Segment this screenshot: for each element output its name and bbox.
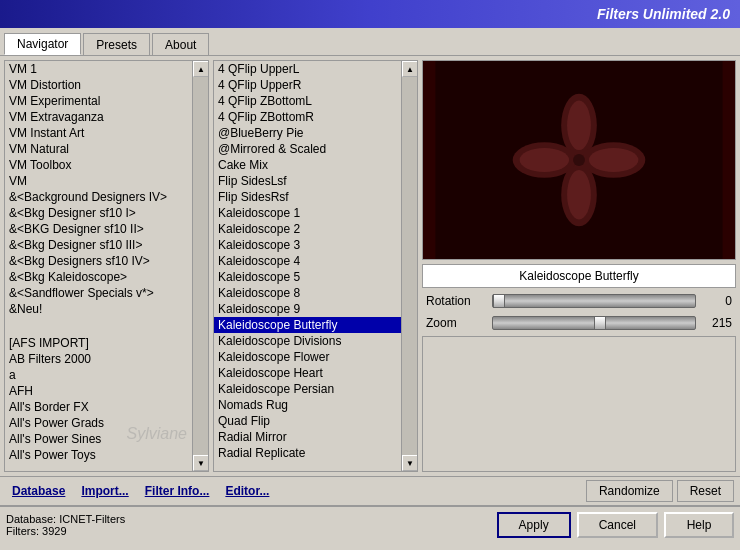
filter-item[interactable]: @BlueBerry Pie — [214, 125, 401, 141]
filter-item[interactable]: Kaleidoscope 4 — [214, 253, 401, 269]
list-item[interactable]: VM Toolbox — [5, 157, 192, 173]
database-button[interactable]: Database — [6, 482, 71, 500]
main-content: Sylviane VM 1 VM Distortion VM Experimen… — [0, 56, 740, 476]
filter-item[interactable]: Radial Replicate — [214, 445, 401, 461]
list-item[interactable]: &<Bkg Designer sf10 III> — [5, 237, 192, 253]
filter-item-selected[interactable]: Kaleidoscope Butterfly — [214, 317, 401, 333]
filter-item[interactable]: Kaleidoscope Flower — [214, 349, 401, 365]
scroll-track[interactable] — [193, 77, 208, 455]
rotation-slider[interactable] — [492, 294, 696, 308]
svg-point-5 — [567, 101, 591, 151]
list-item[interactable]: &<Background Designers IV> — [5, 189, 192, 205]
randomize-button[interactable]: Randomize — [586, 480, 673, 502]
list-separator — [5, 317, 192, 335]
filter-info-button[interactable]: Filter Info... — [139, 482, 216, 500]
right-panel: Kaleidoscope Butterfly Rotation 0 Zoom 2… — [422, 60, 736, 472]
list-item[interactable]: [AFS IMPORT] — [5, 335, 192, 351]
filter-item[interactable]: Kaleidoscope Heart — [214, 365, 401, 381]
category-list: Sylviane VM 1 VM Distortion VM Experimen… — [5, 61, 192, 471]
editor-button[interactable]: Editor... — [219, 482, 275, 500]
rotation-slider-row: Rotation 0 — [422, 292, 736, 310]
tab-navigator[interactable]: Navigator — [4, 33, 81, 55]
list-item[interactable]: VM Extravaganza — [5, 109, 192, 125]
zoom-slider-row: Zoom 215 — [422, 314, 736, 332]
scroll-track[interactable] — [402, 77, 417, 455]
filter-list-panel: 4 QFlip UpperL 4 QFlip UpperR 4 QFlip ZB… — [213, 60, 418, 472]
list-item[interactable]: All's Border FX — [5, 399, 192, 415]
list-item[interactable]: AB Filters 2000 — [5, 351, 192, 367]
preview-svg — [423, 61, 735, 259]
rotation-value: 0 — [702, 294, 732, 308]
status-database: Database: ICNET-Filters Filters: 3929 — [6, 513, 125, 537]
category-list-panel: Sylviane VM 1 VM Distortion VM Experimen… — [4, 60, 209, 472]
filter-item[interactable]: Flip SidesLsf — [214, 173, 401, 189]
filter-item[interactable]: Radial Mirror — [214, 429, 401, 445]
list-item[interactable]: All's Power Grads — [5, 415, 192, 431]
list-item[interactable]: VM Experimental — [5, 93, 192, 109]
filter-item[interactable]: Kaleidoscope 3 — [214, 237, 401, 253]
filter-name-text: Kaleidoscope Butterfly — [519, 269, 638, 283]
filter-item[interactable]: Kaleidoscope 2 — [214, 221, 401, 237]
preview-area — [422, 60, 736, 260]
status-bar: Database: ICNET-Filters Filters: 3929 Ap… — [0, 506, 740, 542]
zoom-label: Zoom — [426, 316, 486, 330]
svg-point-8 — [520, 148, 570, 172]
svg-point-7 — [567, 170, 591, 220]
filter-item[interactable]: Kaleidoscope 5 — [214, 269, 401, 285]
list-item[interactable]: &<BKG Designer sf10 II> — [5, 221, 192, 237]
list-item[interactable]: &<Bkg Designers sf10 IV> — [5, 253, 192, 269]
zoom-slider[interactable] — [492, 316, 696, 330]
list-item[interactable]: All's Power Sines — [5, 431, 192, 447]
list-item[interactable]: a — [5, 367, 192, 383]
svg-point-6 — [589, 148, 639, 172]
filter-item[interactable]: @Mirrored & Scaled — [214, 141, 401, 157]
filter-item[interactable]: Flip SidesRsf — [214, 189, 401, 205]
list-item[interactable]: All's Power Toys — [5, 447, 192, 463]
scroll-up-arrow[interactable]: ▲ — [193, 61, 209, 77]
reset-button[interactable]: Reset — [677, 480, 734, 502]
tabs-bar: Navigator Presets About — [0, 28, 740, 56]
filter-item[interactable]: Kaleidoscope Persian — [214, 381, 401, 397]
filter-item[interactable]: 4 QFlip ZBottomR — [214, 109, 401, 125]
scroll-down-arrow[interactable]: ▼ — [402, 455, 418, 471]
cancel-button[interactable]: Cancel — [577, 512, 658, 538]
list-item[interactable]: VM Natural — [5, 141, 192, 157]
list-item[interactable]: VM Instant Art — [5, 125, 192, 141]
filter-name-box: Kaleidoscope Butterfly — [422, 264, 736, 288]
tab-presets[interactable]: Presets — [83, 33, 150, 55]
status-filters-text: Filters: 3929 — [6, 525, 125, 537]
params-panel — [422, 336, 736, 472]
filter-item[interactable]: 4 QFlip UpperR — [214, 77, 401, 93]
tab-about[interactable]: About — [152, 33, 209, 55]
apply-button[interactable]: Apply — [497, 512, 571, 538]
list-item[interactable]: &<Sandflower Specials v*> — [5, 285, 192, 301]
list-item[interactable]: &<Bkg Designer sf10 I> — [5, 205, 192, 221]
filter-list: 4 QFlip UpperL 4 QFlip UpperR 4 QFlip ZB… — [214, 61, 401, 471]
filter-item[interactable]: Quad Flip — [214, 413, 401, 429]
toolbar-bar: Database Import... Filter Info... Editor… — [0, 476, 740, 506]
filter-item[interactable]: Cake Mix — [214, 157, 401, 173]
scroll-down-arrow[interactable]: ▼ — [193, 455, 209, 471]
zoom-value: 215 — [702, 316, 732, 330]
filter-item[interactable]: Nomads Rug — [214, 397, 401, 413]
action-buttons: Apply Cancel Help — [497, 512, 734, 538]
left-scrollbar[interactable]: ▲ ▼ — [192, 61, 208, 471]
help-button[interactable]: Help — [664, 512, 734, 538]
rotation-label: Rotation — [426, 294, 486, 308]
app-title: Filters Unlimited 2.0 — [597, 6, 730, 22]
list-item[interactable]: &Neu! — [5, 301, 192, 317]
filter-item[interactable]: Kaleidoscope 1 — [214, 205, 401, 221]
list-item[interactable]: VM Distortion — [5, 77, 192, 93]
scroll-up-arrow[interactable]: ▲ — [402, 61, 418, 77]
filter-item[interactable]: 4 QFlip UpperL — [214, 61, 401, 77]
middle-scrollbar[interactable]: ▲ ▼ — [401, 61, 417, 471]
list-item[interactable]: &<Bkg Kaleidoscope> — [5, 269, 192, 285]
filter-item[interactable]: Kaleidoscope 8 — [214, 285, 401, 301]
filter-item[interactable]: 4 QFlip ZBottomL — [214, 93, 401, 109]
import-button[interactable]: Import... — [75, 482, 134, 500]
filter-item[interactable]: Kaleidoscope 9 — [214, 301, 401, 317]
filter-item[interactable]: Kaleidoscope Divisions — [214, 333, 401, 349]
list-item[interactable]: VM 1 — [5, 61, 192, 77]
list-item[interactable]: VM — [5, 173, 192, 189]
list-item[interactable]: AFH — [5, 383, 192, 399]
